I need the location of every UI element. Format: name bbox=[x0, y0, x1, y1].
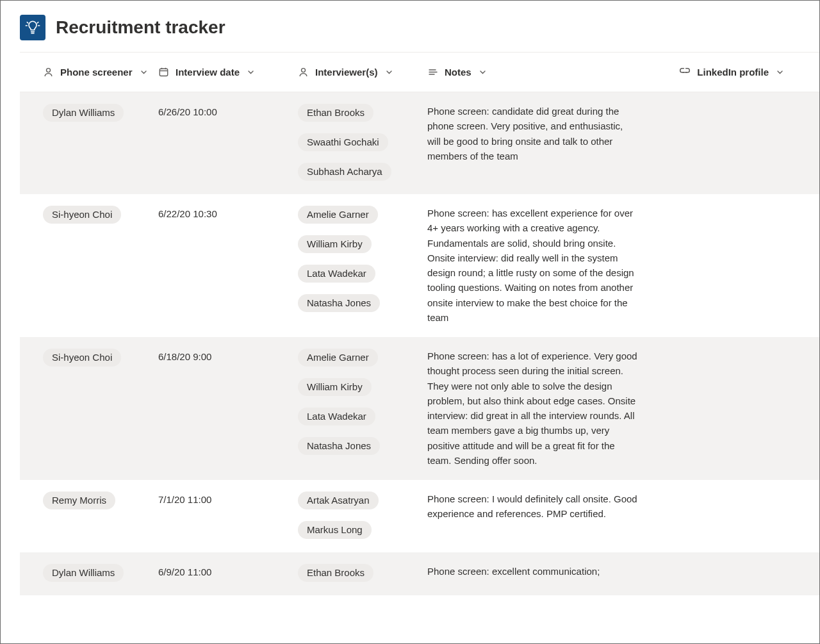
screener-pill[interactable]: Dylan Williams bbox=[43, 104, 124, 122]
cell-interview-date: 6/18/20 9:00 bbox=[158, 347, 298, 362]
interviewer-pill[interactable]: Natasha Jones bbox=[298, 437, 380, 455]
interview-date-text: 6/9/20 11:00 bbox=[158, 563, 298, 577]
chevron-down-icon bbox=[776, 69, 783, 76]
interviewer-list: Amelie GarnerWilliam KirbyLata WadekarNa… bbox=[298, 204, 427, 313]
cell-notes: Phone screen: I would definitely call on… bbox=[427, 490, 650, 522]
interviewer-pill[interactable]: Subhash Acharya bbox=[298, 163, 391, 181]
interviewer-list: Ethan BrooksSwaathi GochakiSubhash Achar… bbox=[298, 103, 427, 182]
screener-pill[interactable]: Si-hyeon Choi bbox=[43, 206, 121, 224]
screener-pill[interactable]: Dylan Williams bbox=[43, 564, 124, 582]
column-phone-screener[interactable]: Phone screener bbox=[20, 67, 158, 78]
interviewer-pill[interactable]: Ethan Brooks bbox=[298, 564, 373, 582]
cell-notes: Phone screen: has a lot of experience. V… bbox=[427, 347, 650, 468]
table: Phone screener Interview date Intervie bbox=[20, 52, 819, 595]
interviewer-list: Artak AsatryanMarkus Long bbox=[298, 490, 427, 540]
cell-interviewers: Artak AsatryanMarkus Long bbox=[298, 490, 427, 540]
svg-rect-7 bbox=[160, 69, 167, 76]
table-body: Dylan Williams6/26/20 10:00Ethan BrooksS… bbox=[20, 92, 819, 595]
cell-phone-screener: Si-hyeon Choi bbox=[20, 347, 158, 368]
column-interviewers[interactable]: Interviewer(s) bbox=[298, 67, 427, 78]
cell-notes: Phone screen: candidate did great during… bbox=[427, 103, 650, 163]
cell-notes: Phone screen: has excellent experience f… bbox=[427, 204, 650, 325]
svg-line-5 bbox=[37, 22, 38, 23]
cell-interviewers: Ethan Brooks bbox=[298, 563, 427, 583]
lightbulb-icon bbox=[24, 19, 41, 36]
cell-interviewers: Ethan BrooksSwaathi GochakiSubhash Achar… bbox=[298, 103, 427, 182]
svg-line-4 bbox=[27, 22, 28, 23]
cell-phone-screener: Dylan Williams bbox=[20, 563, 158, 583]
chevron-down-icon bbox=[479, 69, 486, 76]
interviewer-pill[interactable]: William Kirby bbox=[298, 378, 372, 396]
app-icon bbox=[20, 15, 45, 40]
interviewer-pill[interactable]: Amelie Garner bbox=[298, 206, 378, 224]
svg-point-11 bbox=[302, 69, 306, 72]
interview-date-text: 6/26/20 10:00 bbox=[158, 103, 298, 117]
cell-notes: Phone screen: excellent communication; bbox=[427, 563, 650, 579]
chevron-down-icon bbox=[386, 69, 393, 76]
column-notes[interactable]: Notes bbox=[427, 67, 650, 78]
column-label: Interview date bbox=[176, 67, 240, 78]
column-label: Phone screener bbox=[60, 67, 133, 78]
link-icon bbox=[679, 67, 691, 78]
cell-phone-screener: Remy Morris bbox=[20, 490, 158, 511]
cell-interview-date: 6/22/20 10:30 bbox=[158, 204, 298, 219]
cell-interviewers: Amelie GarnerWilliam KirbyLata WadekarNa… bbox=[298, 204, 427, 313]
interviewer-pill[interactable]: Markus Long bbox=[298, 521, 372, 539]
notes-icon bbox=[427, 67, 438, 78]
interview-date-text: 6/22/20 10:30 bbox=[158, 204, 298, 219]
interviewer-list: Ethan Brooks bbox=[298, 563, 427, 583]
column-interview-date[interactable]: Interview date bbox=[158, 67, 298, 78]
interviewer-pill[interactable]: Artak Asatryan bbox=[298, 491, 379, 509]
cell-interviewers: Amelie GarnerWilliam KirbyLata WadekarNa… bbox=[298, 347, 427, 456]
interview-date-text: 7/1/20 11:00 bbox=[158, 490, 298, 505]
app-frame: Recruitment tracker Phone screener Inter… bbox=[0, 0, 820, 644]
table-row[interactable]: Si-hyeon Choi6/18/20 9:00Amelie GarnerWi… bbox=[20, 337, 819, 480]
screener-pill[interactable]: Si-hyeon Choi bbox=[43, 349, 121, 367]
page-header: Recruitment tracker bbox=[1, 1, 819, 52]
table-row[interactable]: Remy Morris7/1/20 11:00Artak AsatryanMar… bbox=[20, 480, 819, 552]
column-linkedin-profile[interactable]: LinkedIn profile bbox=[650, 67, 819, 78]
table-row[interactable]: Si-hyeon Choi6/22/20 10:30Amelie GarnerW… bbox=[20, 194, 819, 337]
cell-phone-screener: Dylan Williams bbox=[20, 103, 158, 123]
interviewer-pill[interactable]: William Kirby bbox=[298, 235, 372, 253]
table-row[interactable]: Dylan Williams6/26/20 10:00Ethan BrooksS… bbox=[20, 92, 819, 194]
notes-text: Phone screen: I would definitely call on… bbox=[427, 490, 650, 522]
person-icon bbox=[43, 67, 54, 78]
screener-pill[interactable]: Remy Morris bbox=[43, 491, 115, 509]
column-label: Notes bbox=[445, 67, 472, 78]
interviewer-pill[interactable]: Swaathi Gochaki bbox=[298, 133, 388, 151]
notes-text: Phone screen: excellent communication; bbox=[427, 563, 650, 579]
chevron-down-icon bbox=[140, 69, 147, 76]
interviewer-pill[interactable]: Ethan Brooks bbox=[298, 104, 373, 122]
person-icon bbox=[298, 67, 309, 78]
cell-interview-date: 7/1/20 11:00 bbox=[158, 490, 298, 505]
interviewer-pill[interactable]: Amelie Garner bbox=[298, 349, 378, 367]
interview-date-text: 6/18/20 9:00 bbox=[158, 347, 298, 362]
notes-text: Phone screen: has a lot of experience. V… bbox=[427, 347, 650, 468]
cell-interview-date: 6/26/20 10:00 bbox=[158, 103, 298, 117]
interviewer-pill[interactable]: Natasha Jones bbox=[298, 294, 380, 312]
interviewer-pill[interactable]: Lata Wadekar bbox=[298, 408, 375, 425]
svg-point-6 bbox=[47, 69, 51, 72]
table-header: Phone screener Interview date Intervie bbox=[20, 53, 819, 92]
table-row[interactable]: Dylan Williams6/9/20 11:00Ethan BrooksPh… bbox=[20, 552, 819, 595]
page-title: Recruitment tracker bbox=[56, 17, 226, 38]
interviewer-list: Amelie GarnerWilliam KirbyLata WadekarNa… bbox=[298, 347, 427, 456]
column-label: LinkedIn profile bbox=[697, 67, 769, 78]
cell-interview-date: 6/9/20 11:00 bbox=[158, 563, 298, 577]
chevron-down-icon bbox=[247, 69, 254, 76]
calendar-icon bbox=[158, 67, 169, 78]
notes-text: Phone screen: has excellent experience f… bbox=[427, 204, 650, 325]
column-label: Interviewer(s) bbox=[315, 67, 378, 78]
cell-phone-screener: Si-hyeon Choi bbox=[20, 204, 158, 225]
interviewer-pill[interactable]: Lata Wadekar bbox=[298, 265, 375, 283]
notes-text: Phone screen: candidate did great during… bbox=[427, 103, 650, 163]
